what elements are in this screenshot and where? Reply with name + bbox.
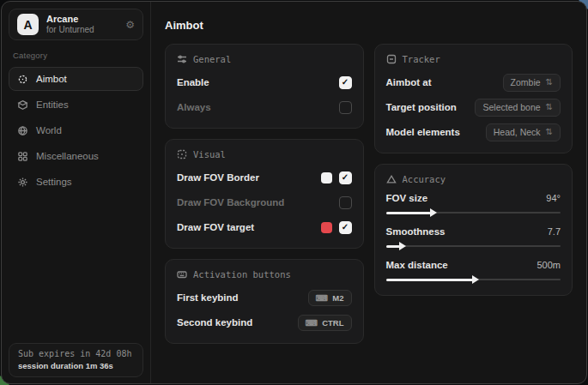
fov-size-value: 94° — [546, 193, 561, 203]
accuracy-card: Accuracy FOV size 94° — [374, 164, 573, 296]
card-title: Tracker — [403, 54, 440, 64]
setting-row: Model elements Head, Neck ⇅ — [386, 123, 561, 141]
sidebar-item-label: Miscellaneous — [36, 151, 99, 161]
page-title: Aimbot — [165, 19, 573, 32]
activation-card: Activation buttons First keybind ⌨ M2 Se… — [165, 259, 364, 344]
tracker-card: Tracker Aimbot at Zombie ⇅ Target positi… — [374, 44, 573, 153]
setting-row: Draw FOV Border ✓ — [177, 168, 352, 187]
slider-thumb[interactable] — [472, 275, 479, 284]
app-subtitle: for Unturned — [46, 25, 118, 35]
brand-card: A Arcane for Unturned ⚙ — [9, 9, 143, 40]
setting-row: Draw FOV target ✓ — [177, 218, 352, 237]
slider-row: FOV size 94° — [386, 193, 561, 217]
gear-icon[interactable]: ⚙ — [125, 19, 135, 31]
sidebar-item-label: Settings — [36, 177, 72, 187]
fov-border-color-swatch[interactable] — [321, 172, 332, 183]
sidebar-item-label: Entities — [36, 99, 69, 110]
setting-row: Draw FOV Background — [177, 193, 352, 212]
fov-square-icon — [177, 149, 187, 159]
sidebar-item-settings[interactable]: Settings — [9, 170, 143, 194]
enable-checkbox[interactable]: ✓ — [339, 76, 352, 89]
card-title: Accuracy — [403, 174, 446, 184]
sidebar-nav: Aimbot Entities World Miscellaneous — [9, 67, 143, 194]
triangle-icon — [386, 174, 397, 184]
globe-icon — [17, 125, 28, 136]
fov-target-color-swatch[interactable] — [321, 222, 332, 233]
fov-target-checkbox[interactable]: ✓ — [339, 221, 352, 234]
gear-icon — [17, 177, 28, 188]
smoothness-slider[interactable] — [386, 242, 561, 250]
sidebar-item-label: World — [36, 125, 62, 135]
always-checkbox[interactable] — [339, 101, 352, 114]
keyboard-icon: ⌨ — [306, 318, 318, 328]
grid-icon — [17, 151, 28, 162]
unfold-icon: ⇅ — [546, 127, 553, 136]
sidebar-item-aimbot[interactable]: Aimbot — [9, 67, 143, 91]
sidebar: A Arcane for Unturned ⚙ Category Aimbot … — [2, 2, 151, 383]
target-position-select[interactable]: Selected bone ⇅ — [475, 99, 561, 117]
max-distance-slider[interactable] — [386, 275, 561, 284]
second-keybind-button[interactable]: ⌨ CTRL — [298, 315, 352, 331]
entities-icon — [17, 99, 28, 111]
slider-row: Max distance 500m — [386, 260, 561, 284]
unfold-icon: ⇅ — [546, 77, 553, 87]
session-duration-text: session duration 1m 36s — [18, 361, 134, 370]
general-card: General Enable ✓ Always — [165, 44, 364, 129]
setting-row: Enable ✓ — [177, 73, 352, 92]
visual-card: Visual Draw FOV Border ✓ Draw FOV Backgr… — [165, 139, 364, 249]
setting-row: Aimbot at Zombie ⇅ — [386, 73, 561, 92]
slider-thumb[interactable] — [430, 208, 437, 217]
card-title: Visual — [193, 149, 226, 159]
fov-size-slider[interactable] — [386, 208, 561, 217]
app-logo: A — [17, 14, 39, 35]
setting-row: First keybind ⌨ M2 — [177, 288, 352, 307]
model-elements-select[interactable]: Head, Neck ⇅ — [486, 123, 561, 141]
card-title: General — [193, 54, 231, 64]
app-name: Arcane — [46, 14, 118, 25]
slider-thumb[interactable] — [399, 242, 406, 250]
first-keybind-button[interactable]: ⌨ M2 — [308, 290, 352, 306]
main-content: Aimbot General Enable ✓ — [151, 2, 586, 383]
setting-row: Always — [177, 98, 352, 117]
setting-row: Target position Selected bone ⇅ — [386, 98, 561, 117]
sidebar-item-world[interactable]: World — [9, 118, 143, 142]
card-title: Activation buttons — [193, 269, 291, 280]
max-distance-value: 500m — [536, 260, 561, 270]
category-label: Category — [13, 51, 140, 60]
slider-row: Smoothness 7.7 — [386, 226, 561, 250]
setting-row: Second keybind ⌨ CTRL — [177, 313, 352, 332]
crosshair-icon — [17, 74, 28, 85]
sliders-icon — [177, 54, 187, 64]
sidebar-item-label: Aimbot — [36, 74, 67, 84]
subscription-info: Sub expires in 42d 08h session duration … — [9, 343, 143, 377]
fov-border-checkbox[interactable]: ✓ — [339, 171, 352, 184]
sidebar-item-entities[interactable]: Entities — [9, 93, 143, 117]
smoothness-value: 7.7 — [548, 226, 561, 237]
keyboard-icon — [177, 269, 187, 280]
sub-expiry-text: Sub expires in 42d 08h — [18, 349, 134, 358]
sidebar-item-miscellaneous[interactable]: Miscellaneous — [9, 144, 143, 168]
unfold-icon: ⇅ — [546, 102, 553, 111]
fov-background-checkbox[interactable] — [339, 196, 352, 209]
keyboard-icon: ⌨ — [316, 293, 328, 303]
aimbot-at-select[interactable]: Zombie ⇅ — [503, 74, 561, 92]
tracker-icon — [386, 54, 397, 64]
app-window: A Arcane for Unturned ⚙ Category Aimbot … — [1, 1, 587, 384]
